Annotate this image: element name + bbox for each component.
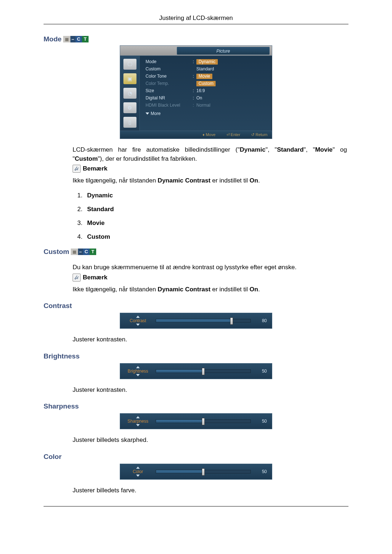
- osd-item-label: Custom: [146, 66, 193, 71]
- badge-t-icon: T: [90, 249, 96, 255]
- color-desc: Justerer billedets farve.: [73, 486, 347, 495]
- slider-label: Contrast: [130, 318, 146, 323]
- arrow-down-icon: [136, 475, 140, 477]
- slider-track: [156, 419, 251, 423]
- arrow-down-icon: [136, 324, 140, 326]
- arrow-up-icon: [136, 316, 140, 318]
- section-title-contrast: Contrast: [44, 302, 348, 310]
- slider-value: 50: [256, 469, 267, 474]
- mode-paragraph: LCD-skærmen har fire automatiske billedi…: [73, 145, 347, 163]
- arrow-down-icon: [136, 374, 140, 376]
- gear-icon: ⚙: [123, 102, 136, 113]
- footer-rule: [44, 506, 348, 506]
- osd-item-label: HDMI Black Level: [146, 103, 193, 108]
- badge-dash-icon: –: [70, 36, 75, 42]
- list-item: Custom: [84, 233, 348, 241]
- osd-more: More: [146, 111, 268, 116]
- badge-dash-icon: –: [78, 249, 83, 255]
- section-title-color: Color: [44, 453, 348, 461]
- section-title-brightness: Brightness: [44, 352, 348, 360]
- osd-item-label: Mode: [146, 59, 193, 64]
- monitor-icon: 🖵: [123, 59, 136, 70]
- arrow-down-icon: [136, 424, 140, 426]
- slider-label: Sharpness: [127, 419, 148, 424]
- mode-note-text: Ikke tilgængelig, når tilstanden Dynamic…: [73, 176, 347, 185]
- clock-icon: ◔: [123, 88, 136, 99]
- osd-item-label: Digital NR: [146, 95, 193, 100]
- section-title-label: Custom: [44, 248, 69, 256]
- list-item: Dynamic: [84, 192, 348, 199]
- badge-pic-icon: ▦: [63, 36, 70, 42]
- arrow-up-icon: [136, 467, 140, 469]
- slider-track: [156, 319, 251, 323]
- section-title-sharpness: Sharpness: [44, 402, 348, 410]
- osd-item-label: Color Tone: [146, 74, 193, 79]
- badge-c-icon: C: [75, 36, 82, 42]
- slider-value: 80: [256, 318, 267, 323]
- badge-t-icon: T: [82, 36, 89, 42]
- osd-item-value: Dynamic: [196, 59, 218, 65]
- slider-label: Brightness: [128, 369, 148, 374]
- osd-title: Picture: [177, 47, 270, 55]
- slider-track: [156, 470, 251, 473]
- mode-list: Dynamic Standard Movie Custom: [84, 192, 348, 241]
- osd-item-label: Size: [146, 88, 193, 93]
- custom-paragraph: Du kan bruge skærmmenuerne til at ændre …: [73, 263, 347, 272]
- slider-thumb: [230, 317, 233, 325]
- note-icon: [73, 165, 81, 173]
- osd-sidebar: 🖵 ▣ ◔ ⚙ ▯: [120, 56, 140, 131]
- osd-item-value: Movie: [196, 74, 212, 79]
- picture-icon: ▣: [123, 73, 136, 84]
- osd-item-value: Standard: [196, 66, 268, 71]
- slider-thumb: [202, 418, 205, 425]
- sharpness-desc: Justerer billedets skarphed.: [73, 436, 347, 445]
- list-item: Movie: [84, 219, 348, 227]
- osd-item-value: On: [196, 95, 268, 100]
- page-header: Justering af LCD-skærmen: [44, 15, 348, 24]
- slider-sharpness: Sharpness 50: [120, 413, 272, 429]
- osd-item-value: 16:9: [196, 88, 268, 93]
- osd-item-label: Color Temp.: [146, 81, 193, 86]
- note-icon: [73, 274, 81, 282]
- section-title-label: Mode: [44, 35, 62, 43]
- input-icon: ▯: [123, 117, 136, 128]
- slider-color: Color 50: [120, 464, 272, 480]
- input-badges: ▦ – C T: [71, 249, 96, 255]
- badge-c-icon: C: [83, 249, 90, 255]
- slider-thumb: [202, 368, 205, 375]
- arrow-up-icon: [136, 366, 140, 368]
- note-label: Bemærk: [83, 274, 107, 281]
- section-title-mode: Mode ▦ – C T: [44, 35, 348, 43]
- osd-picture-menu: Picture 🖵 ▣ ◔ ⚙ ▯ Mode:Dynamic CustomSta…: [120, 45, 272, 139]
- slider-label: Color: [133, 469, 143, 474]
- chevron-down-icon: [146, 112, 149, 115]
- osd-item-value: Normal: [196, 103, 268, 108]
- arrow-up-icon: [136, 416, 140, 418]
- list-item: Standard: [84, 206, 348, 213]
- section-title-custom: Custom ▦ – C T: [44, 248, 348, 256]
- slider-brightness: Brightness 50: [120, 363, 272, 379]
- brightness-desc: Justerer kontrasten.: [73, 386, 347, 395]
- osd-footer: ♦ Move ⏎ Enter ↺ Return: [120, 131, 272, 139]
- slider-contrast: Contrast 80: [120, 313, 272, 329]
- contrast-desc: Justerer kontrasten.: [73, 335, 347, 344]
- badge-pic-icon: ▦: [71, 249, 78, 255]
- osd-item-value: Custom: [196, 81, 216, 86]
- note-label: Bemærk: [83, 165, 107, 172]
- slider-thumb: [202, 468, 205, 476]
- custom-note-text: Ikke tilgængelig, når tilstanden Dynamic…: [73, 285, 347, 294]
- osd-list: Mode:Dynamic CustomStandard Color Tone:M…: [140, 56, 272, 131]
- slider-track: [156, 369, 251, 373]
- input-badges: ▦ – C T: [63, 36, 89, 42]
- slider-value: 50: [256, 419, 267, 424]
- slider-value: 50: [256, 369, 267, 374]
